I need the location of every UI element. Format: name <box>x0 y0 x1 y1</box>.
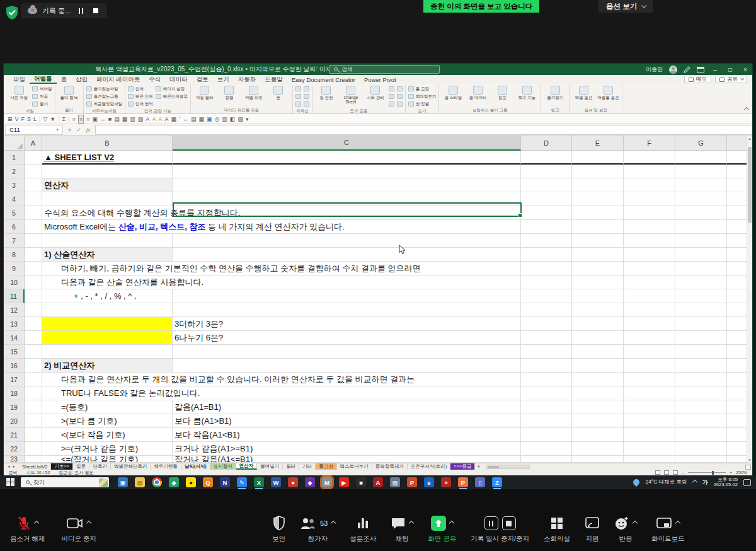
taskbar-clock[interactable]: 오후 6:05 2023-05-02 <box>714 477 738 487</box>
cell-B9[interactable]: 더하기, 빼기, 곱하기와 같은 기본적인 수학 연산을 수행하고 숫자를 결합… <box>42 262 173 276</box>
cell-H15[interactable] <box>727 345 748 359</box>
cell-A22[interactable] <box>25 442 42 456</box>
chat-button[interactable]: 채팅 <box>391 515 413 543</box>
cell-E14[interactable] <box>572 331 624 345</box>
cell-G11[interactable] <box>675 289 727 303</box>
cell-B5[interactable]: 수식의 요소에 대해 수행할 계산의 종류를 지정합니다. <box>42 206 173 220</box>
qat-icon-15[interactable]: ↔ <box>100 115 106 123</box>
ribbon-button-인쇄[interactable]: 인쇄 <box>128 85 153 93</box>
taskbar-app-purple-app[interactable]: ◆ <box>305 477 315 487</box>
row-header-8[interactable]: 8 <box>4 248 25 262</box>
taskbar-app-recorder[interactable]: M <box>322 477 332 487</box>
cell-G1[interactable] <box>675 151 727 165</box>
row-header-3[interactable]: 3 <box>4 178 25 192</box>
cell-D22[interactable] <box>521 442 572 456</box>
qat-icon-2[interactable]: F <box>21 115 25 123</box>
ribbon-tab-Easy Document Creator[interactable]: Easy Document Creator <box>287 75 360 84</box>
excel-search-box[interactable]: 검색 <box>329 65 440 74</box>
taskbar-app-pen-app[interactable]: ✎ <box>237 477 247 487</box>
taskbar-app-youtube[interactable]: ▶ <box>339 477 349 487</box>
cell-A13[interactable] <box>25 317 42 331</box>
cell-E3[interactable] <box>572 178 624 192</box>
cell-A19[interactable] <box>25 400 42 414</box>
zoom-in-icon[interactable]: + <box>730 470 732 475</box>
cell-C2[interactable] <box>173 165 521 178</box>
qat-icon-29[interactable]: ▦ <box>198 115 204 123</box>
cell-A8[interactable] <box>25 248 42 262</box>
ribbon-button-즐겨찾기[interactable]: 즐겨찾기 <box>544 85 566 100</box>
ribbon-button-엑셀 옵션[interactable]: 엑셀 옵션 <box>572 85 595 100</box>
cell-E23[interactable] <box>572 456 624 463</box>
qat-icon-35[interactable]: ▾ <box>246 115 249 123</box>
action-center-icon[interactable] <box>743 479 751 486</box>
qat-icon-19[interactable]: ▥ <box>130 115 135 123</box>
cell-B8[interactable]: 1) 산술연산자 <box>42 248 173 262</box>
cell-D15[interactable] <box>521 345 572 359</box>
whiteboard-chevron[interactable] <box>675 521 680 526</box>
cell-C22[interactable]: 크거나 같음(A1>=B1) <box>173 442 521 456</box>
cell-B6[interactable]: Microsoft Excel에는 산술, 비교, 텍스트, 참조 등 네 가지… <box>42 220 173 234</box>
cell-G18[interactable] <box>675 386 727 400</box>
avatar[interactable] <box>669 66 677 74</box>
cell-H20[interactable] <box>727 414 748 428</box>
ribbon-tab-파일[interactable]: 파일 <box>9 75 30 84</box>
column-header-B[interactable]: B <box>42 136 173 151</box>
cell-A23[interactable] <box>25 456 42 463</box>
cell-B15[interactable] <box>42 345 173 359</box>
comments-button[interactable]: 메모 <box>684 76 711 83</box>
cell-E1[interactable] <box>572 151 624 165</box>
cell-C23[interactable]: 작거나 같음(A1<=B1) <box>173 456 521 463</box>
cell-B20[interactable]: >(보다 큼 기호) <box>42 414 173 428</box>
cell-H12[interactable] <box>727 303 748 317</box>
cell-C12[interactable] <box>173 303 521 317</box>
cell-A7[interactable] <box>25 234 42 248</box>
cell-G5[interactable] <box>675 206 727 220</box>
cell-A16[interactable] <box>25 359 42 373</box>
cell-C21[interactable]: 보다 작음(A1<B1) <box>173 428 521 442</box>
insert-function-icon[interactable]: fx <box>86 127 91 133</box>
ribbon-button-icon[interactable] <box>304 85 309 93</box>
pause-recording-button[interactable] <box>76 6 86 16</box>
support-button[interactable]: 지원 <box>585 515 600 543</box>
ribbon-tab-삽입[interactable]: 삽입 <box>71 75 92 84</box>
ribbon-display-options-icon[interactable] <box>697 67 704 72</box>
cell-D16[interactable] <box>521 359 572 373</box>
ribbon-button-정보[interactable]: 정보 <box>491 85 513 100</box>
row-header-21[interactable]: 21 <box>4 428 25 442</box>
cell-H14[interactable] <box>727 331 748 345</box>
breakout-rooms-button[interactable]: 소회의실 <box>544 515 570 543</box>
ribbon-tab-보기[interactable]: 보기 <box>213 75 234 84</box>
ribbon-button-icon[interactable] <box>295 85 301 93</box>
ribbon-button-자동 필터[interactable]: 자동 필터 <box>193 85 216 100</box>
row-header-2[interactable]: 2 <box>4 165 25 178</box>
taskbar-app-red-app[interactable]: ● <box>288 477 298 487</box>
ribbon-button-폴더 탐색[interactable]: 폴더 탐색 <box>58 85 81 100</box>
qat-icon-1[interactable]: V <box>15 115 19 123</box>
ribbon-button-icon[interactable] <box>397 85 403 93</box>
cell-B18[interactable]: TRUE나 FALSE와 같은 논리값입니다. <box>42 386 173 400</box>
ribbon-tab-도움말[interactable]: 도움말 <box>260 75 287 84</box>
column-header-C[interactable]: C <box>173 136 521 151</box>
cell-F18[interactable] <box>624 386 675 400</box>
cell-F4[interactable] <box>624 192 675 206</box>
sheet-tab-틀고정[interactable]: 틀고정 <box>316 463 337 470</box>
column-header-D[interactable]: D <box>521 136 572 151</box>
taskbar-search[interactable]: 찾기 <box>21 477 109 487</box>
cell-H10[interactable] <box>727 276 748 289</box>
ribbon-button-정렬[interactable]: 정렬 <box>218 85 241 100</box>
cell-D19[interactable] <box>521 400 572 414</box>
qat-icon-16[interactable]: ■ <box>108 115 112 123</box>
row-header-16[interactable]: 16 <box>4 359 25 373</box>
row-header-23[interactable]: 23 <box>4 456 25 463</box>
cell-D13[interactable] <box>521 317 572 331</box>
taskbar-app-zoom-app[interactable]: Z <box>492 477 502 487</box>
cell-G19[interactable] <box>675 400 727 414</box>
maximize-button[interactable]: ▢ <box>726 67 735 72</box>
normal-view-icon[interactable] <box>655 470 660 475</box>
row-header-18[interactable]: 18 <box>4 386 25 400</box>
whiteboard-button[interactable]: 화이트보드 <box>651 515 685 543</box>
taskbar-app-memo-app[interactable]: ▯ <box>475 477 485 487</box>
cell-E22[interactable] <box>572 442 624 456</box>
cell-D18[interactable] <box>521 386 572 400</box>
participants-chevron[interactable] <box>331 521 336 526</box>
